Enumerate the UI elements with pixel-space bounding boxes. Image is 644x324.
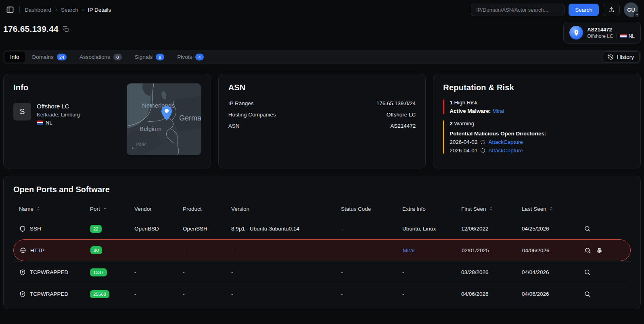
column-header-port[interactable]: Port: [90, 206, 134, 212]
map-label-germany: Germa: [179, 114, 201, 122]
tab-associations[interactable]: Associations 0: [74, 51, 128, 63]
version-cell: 8.9p1 - Ubuntu-3ubuntu0.14: [231, 226, 341, 232]
port-badge: 25568: [90, 290, 109, 298]
column-header-last-seen[interactable]: Last Seen: [522, 206, 578, 212]
top-bar: Dashboard › Search › IP Details Search G…: [0, 0, 644, 19]
extra-info-cell: Ubuntu, Linux: [402, 226, 461, 232]
kv-ip-ranges: IP Ranges 176.65.139.0/24: [228, 100, 416, 106]
org-letter-avatar: S: [13, 103, 31, 120]
asn-summary-chip[interactable]: AS214472 Offshore LC NL: [563, 22, 641, 44]
globe-icon: [480, 139, 485, 145]
sort-up-down-icon: [549, 206, 554, 211]
table-row[interactable]: ? TCPWRAPPED 1337 - - - - - 03/28/2026 0…: [13, 261, 631, 283]
table-body: SSH 22 OpenBSD OpenSSH 8.9p1 - Ubuntu-3u…: [13, 218, 631, 305]
extra-info-cell: -: [402, 291, 461, 297]
service-icon: ?: [19, 269, 26, 276]
svg-text:?: ?: [22, 292, 23, 295]
attackcapture-link[interactable]: AttackCapture: [488, 147, 523, 154]
domains-count-badge: 24: [57, 54, 67, 60]
status-code-cell: -: [341, 269, 402, 275]
divider: [19, 6, 20, 13]
column-header-extra-info[interactable]: Extra Info: [402, 206, 461, 212]
info-card-title: Info: [13, 83, 80, 92]
upload-button[interactable]: [603, 4, 620, 16]
breadcrumb: Dashboard › Search › IP Details: [25, 7, 111, 13]
high-risk-block: 1 High Risk Active Malware: Mirai: [443, 100, 631, 114]
attackcapture-link[interactable]: AttackCapture: [488, 139, 523, 145]
service-icon: [19, 225, 26, 232]
row-search-icon[interactable]: [584, 247, 591, 254]
service-icon: ?: [19, 291, 26, 297]
sort-up-down-icon: [36, 206, 41, 211]
asn-card: ASN IP Ranges 176.65.139.0/24 Hosting Co…: [218, 74, 426, 168]
svg-text:?: ?: [22, 270, 23, 273]
open-directories-label: Potential Malicious Open Directories:: [450, 131, 631, 137]
table-row[interactable]: ? TCPWRAPPED 25568 - - - - - 04/06/2026 …: [13, 283, 631, 305]
row-search-icon[interactable]: [584, 225, 591, 232]
search-button[interactable]: Search: [569, 4, 599, 16]
asn-pin-icon: [569, 26, 583, 39]
bug-icon[interactable]: [596, 247, 603, 254]
first-seen-cell: 02/01/2025: [462, 247, 522, 253]
reputation-card: Reputation & Risk 1 High Risk Active Mal…: [433, 74, 641, 168]
last-seen-cell: 04/25/2026: [522, 226, 578, 232]
reputation-card-title: Reputation & Risk: [443, 83, 631, 92]
sort-up-down-icon: [489, 206, 493, 211]
tab-bar: Info Domains 24 Associations 0 Signals 9…: [3, 50, 641, 64]
org-name: Offshore LC: [37, 103, 80, 110]
tab-info[interactable]: Info: [4, 52, 25, 62]
service-name: TCPWRAPPED: [30, 269, 68, 275]
column-header-product[interactable]: Product: [183, 206, 231, 212]
asn-chip-country: NL: [629, 33, 635, 39]
copy-icon[interactable]: [63, 26, 69, 32]
sidebar-toggle-icon[interactable]: [6, 5, 15, 14]
hosting-company-link[interactable]: Offshore LC: [387, 112, 416, 118]
tab-domains[interactable]: Domains 24: [27, 51, 73, 63]
vendor-cell: -: [134, 269, 183, 275]
globe-icon: [480, 148, 485, 153]
table-header: Name Port Vendor Product Version Status …: [13, 200, 631, 218]
column-header-name[interactable]: Name: [19, 206, 90, 212]
history-button[interactable]: History: [602, 51, 640, 63]
vendor-cell: OpenBSD: [134, 226, 183, 232]
breadcrumb-dashboard[interactable]: Dashboard: [25, 7, 51, 13]
product-cell: -: [183, 247, 232, 253]
column-header-vendor[interactable]: Vendor: [134, 206, 183, 212]
malware-link[interactable]: Mirai: [492, 108, 504, 114]
history-icon: [608, 54, 614, 60]
product-cell: OpenSSH: [183, 226, 231, 232]
table-row[interactable]: SSH 22 OpenBSD OpenSSH 8.9p1 - Ubuntu-3u…: [13, 218, 631, 239]
search-input[interactable]: [471, 4, 565, 16]
column-header-first-seen[interactable]: First Seen: [461, 206, 522, 212]
vendor-cell: -: [134, 291, 183, 297]
status-code-cell: -: [341, 247, 403, 253]
port-badge: 22: [90, 225, 102, 233]
chevron-right-icon: ›: [82, 7, 84, 12]
breadcrumb-ip-details: IP Details: [88, 7, 111, 13]
first-seen-cell: 03/28/2026: [461, 269, 522, 275]
row-search-icon[interactable]: [584, 291, 591, 297]
row-search-icon[interactable]: [584, 269, 591, 276]
user-menu[interactable]: GU: [624, 2, 638, 17]
extra-info-cell[interactable]: Mirai: [403, 247, 462, 253]
tab-signals[interactable]: Signals 9: [129, 51, 170, 63]
version-cell: -: [231, 291, 341, 297]
open-ports-card: Open Ports and Software Name Port Vendor…: [3, 176, 641, 309]
map-label-paris: Paris: [136, 142, 146, 147]
table-row[interactable]: HTTP 80 - - - - Mirai 02/01/2025 04/06/2…: [13, 239, 631, 261]
breadcrumb-search[interactable]: Search: [61, 7, 78, 13]
service-name: TCPWRAPPED: [30, 291, 68, 297]
chevron-right-icon: ›: [55, 7, 57, 12]
asn-link[interactable]: AS214472: [390, 123, 416, 129]
port-badge: 1337: [90, 268, 107, 276]
column-header-version[interactable]: Version: [231, 206, 341, 212]
info-card: Info S Offshore LC Kerkrade, Limburg NL: [3, 74, 211, 168]
divider: [617, 33, 617, 39]
sort-asc-icon: [102, 206, 107, 211]
ports-table-title: Open Ports and Software: [13, 185, 631, 194]
kv-hosting-companies: Hosting Companies Offshore LC: [228, 112, 416, 118]
tab-pivots[interactable]: Pivots 4: [171, 51, 209, 63]
upload-icon: [608, 6, 615, 13]
geo-map[interactable]: Netherlands Germa Belgium Paris: [127, 83, 201, 155]
column-header-status-code[interactable]: Status Code: [341, 206, 402, 212]
